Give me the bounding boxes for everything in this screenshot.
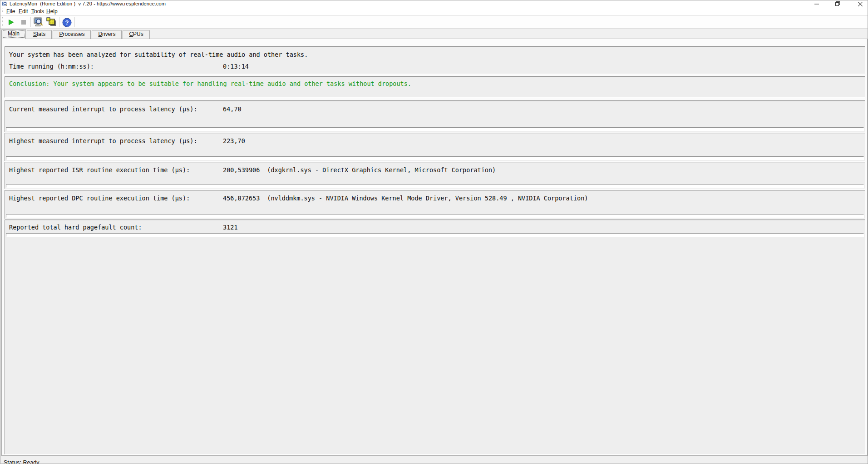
- stop-icon: [20, 19, 27, 25]
- close-icon: [858, 2, 863, 6]
- maximize-button[interactable]: [831, 0, 844, 7]
- analysis-info-panel: Your system has been analyzed for suitab…: [5, 46, 865, 74]
- metric-driver-detail: (nvlddmkm.sys - NVIDIA Windows Kernel Mo…: [267, 195, 588, 202]
- metric-value: 456,872653: [223, 195, 260, 202]
- metric-label: Highest reported ISR routine execution t…: [9, 166, 190, 174]
- stacked-windows-icon: [46, 17, 57, 28]
- options-button[interactable]: [32, 17, 44, 28]
- status-text: Status: Ready: [4, 459, 39, 464]
- tab-stats[interactable]: Stats: [27, 30, 52, 39]
- metric-label: Reported total hard pagefault count:: [9, 224, 142, 231]
- time-running-label: Time running (h:mm:ss):: [9, 63, 94, 70]
- svg-text:?: ?: [65, 19, 69, 26]
- restore-icon: [835, 1, 840, 6]
- progress-bar: [6, 214, 864, 218]
- window-title: LatencyMon (Home Edition ) v 7.20 - http…: [10, 1, 166, 6]
- metric-hard-pagefault-count: Reported total hard pagefault count: 312…: [5, 220, 865, 454]
- metric-value: 64,70: [223, 105, 242, 113]
- stop-monitor-button[interactable]: [18, 17, 30, 28]
- menubar-gripper[interactable]: [2, 9, 3, 14]
- metric-value-line: 456,872653(nvlddmkm.sys - NVIDIA Windows…: [223, 195, 588, 202]
- metric-current-interrupt-latency: Current measured interrupt to process la…: [5, 100, 865, 132]
- metric-label: Highest measured interrupt to process la…: [9, 137, 197, 145]
- monitor-magnifier-icon: [33, 17, 44, 28]
- toolbar-separator: [59, 17, 59, 27]
- menu-bar: File Edit Tools Help: [0, 7, 868, 15]
- toolbar-gripper[interactable]: [2, 17, 3, 27]
- progress-bar: [6, 233, 864, 237]
- main-tab-page: Your system has been analyzed for suitab…: [1, 39, 868, 456]
- tab-strip: Main Stats Processes Drivers CPUs: [0, 29, 868, 39]
- metric-label: Highest reported DPC routine execution t…: [9, 195, 190, 202]
- metric-highest-interrupt-latency: Highest measured interrupt to process la…: [5, 133, 865, 161]
- tab-drivers[interactable]: Drivers: [92, 30, 122, 39]
- conclusion-text: Conclusion: Your system appears to be su…: [9, 80, 411, 87]
- metric-highest-isr-time: Highest reported ISR routine execution t…: [5, 162, 865, 189]
- analysis-summary-text: Your system has been analyzed for suitab…: [9, 51, 308, 58]
- help-button[interactable]: ?: [61, 17, 73, 28]
- metric-highest-dpc-time: Highest reported DPC routine execution t…: [5, 190, 865, 219]
- time-running-value: 0:13:14: [223, 63, 249, 70]
- metric-label: Current measured interrupt to process la…: [9, 105, 197, 113]
- title-bar: LatencyMon (Home Edition ) v 7.20 - http…: [0, 0, 868, 7]
- progress-bar: [6, 127, 864, 131]
- minimize-button[interactable]: [810, 0, 824, 7]
- tab-cpus[interactable]: CPUs: [123, 30, 149, 39]
- start-monitor-button[interactable]: [5, 17, 17, 28]
- menu-item-tools[interactable]: Tools: [30, 8, 45, 15]
- close-button[interactable]: [853, 0, 867, 7]
- toolbar-separator: [74, 17, 75, 27]
- metric-value: 223,70: [223, 137, 245, 145]
- play-icon: [7, 19, 15, 26]
- metric-value-line: 200,539906(dxgkrnl.sys - DirectX Graphic…: [223, 166, 496, 174]
- conclusion-panel: Conclusion: Your system appears to be su…: [5, 76, 865, 98]
- menu-item-file[interactable]: File: [5, 8, 16, 15]
- toolbar-separator: [30, 17, 31, 27]
- toolbar: ?: [0, 16, 868, 29]
- tab-main[interactable]: Main: [1, 29, 26, 39]
- help-icon: ?: [62, 18, 72, 27]
- metric-driver-detail: (dxgkrnl.sys - DirectX Graphics Kernel, …: [267, 166, 496, 174]
- menu-item-help[interactable]: Help: [45, 8, 59, 15]
- minimize-icon: [814, 2, 819, 6]
- latencymon-window: LatencyMon (Home Edition ) v 7.20 - http…: [0, 0, 868, 464]
- metric-value: 200,539906: [223, 166, 260, 174]
- status-bar: Status: Ready: [0, 457, 868, 464]
- metric-value: 3121: [223, 224, 238, 231]
- app-icon: [2, 1, 7, 6]
- progress-bar: [6, 184, 864, 188]
- menu-item-edit[interactable]: Edit: [18, 8, 29, 15]
- progress-bar: [6, 156, 864, 160]
- report-button[interactable]: [45, 17, 57, 28]
- tab-processes[interactable]: Processes: [53, 30, 91, 39]
